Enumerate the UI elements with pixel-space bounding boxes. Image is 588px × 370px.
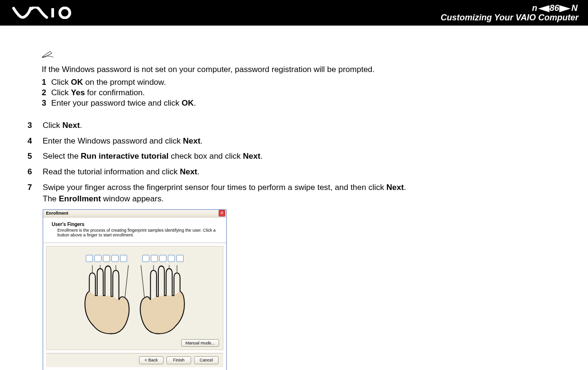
finger-checkbox-l2[interactable] (94, 255, 101, 262)
enrollment-button-bar: < Back Finish Cancel (46, 353, 223, 367)
vaio-logo (10, 7, 77, 19)
svg-line-6 (125, 265, 129, 298)
cancel-button[interactable]: Cancel (194, 356, 219, 364)
note-block: If the Windows password is not set on yo… (42, 49, 560, 108)
finger-checkbox-r1[interactable] (142, 255, 149, 262)
next-page-icon[interactable]: ▶ (560, 4, 570, 12)
finger-checkbox-r4[interactable] (168, 255, 175, 262)
step-5: 5 Select the Run interactive tutorial ch… (28, 151, 560, 162)
finger-checkbox-r3[interactable] (159, 255, 166, 262)
step-num: 6 (28, 166, 43, 178)
hands-illustration (51, 262, 218, 338)
step-num: 4 (28, 135, 43, 147)
finish-button[interactable]: Finish (166, 356, 191, 364)
step-num: 3 (28, 120, 43, 131)
right-hand-icon (137, 262, 189, 338)
svg-rect-0 (51, 8, 54, 18)
substep-num: 3 (42, 98, 51, 108)
nav-n-left[interactable]: n (532, 4, 537, 12)
nav-n-right[interactable]: N (571, 4, 578, 12)
substep-num: 2 (42, 88, 51, 98)
svg-point-1 (60, 8, 70, 18)
finger-checkboxes (51, 255, 218, 262)
prev-page-icon[interactable]: ◀ (539, 4, 549, 12)
substep-3: 3 Enter your password twice and click OK… (42, 98, 560, 108)
enrollment-header-subtitle: Enrollment is the process of creating fi… (52, 228, 218, 238)
enrollment-titlebar: Enrollment × (43, 210, 226, 217)
finger-checkbox-l4[interactable] (111, 255, 119, 262)
step-4: 4 Enter the Windows password and click N… (28, 135, 560, 147)
substep-text: Click Yes for confirmation. (51, 88, 145, 98)
step-num: 5 (28, 151, 43, 162)
svg-line-11 (141, 265, 144, 298)
substep-num: 1 (42, 77, 51, 88)
substep-text: Click OK on the prompt window. (51, 77, 166, 88)
header-right: n ◀ 86 ▶ N Customizing Your VAIO Compute… (441, 4, 579, 22)
step-3: 3 Click Next. (28, 120, 560, 131)
finger-checkbox-r5[interactable] (176, 255, 184, 262)
step-text: Enter the Windows password and click Nex… (43, 135, 560, 147)
page-content: If the Windows password is not set on yo… (0, 26, 588, 370)
finger-checkbox-l5[interactable] (120, 255, 127, 262)
note-substeps: 1 Click OK on the prompt window. 2 Click… (42, 77, 560, 108)
step-6: 6 Read the tutorial information and clic… (28, 166, 560, 178)
note-icon (42, 52, 54, 61)
left-hand-checkboxes (86, 255, 127, 262)
step-text: Swipe your finger across the fingerprint… (43, 182, 560, 205)
step-7: 7 Swipe your finger across the fingerpri… (28, 182, 560, 205)
finger-checkbox-r2[interactable] (151, 255, 158, 262)
finger-checkbox-l1[interactable] (86, 255, 93, 262)
enrollment-title: Enrollment (46, 210, 68, 217)
page-number: 86 (550, 4, 559, 12)
substep-1: 1 Click OK on the prompt window. (42, 77, 560, 88)
enrollment-header: User's Fingers Enrollment is the process… (43, 217, 226, 244)
step-text: Read the tutorial information and click … (43, 166, 560, 178)
note-intro: If the Windows password is not set on yo… (42, 64, 560, 75)
step-num: 7 (28, 182, 43, 205)
header-bar: n ◀ 86 ▶ N Customizing Your VAIO Compute… (0, 0, 588, 26)
step-text: Select the Run interactive tutorial chec… (43, 151, 560, 162)
substep-text: Enter your password twice and click OK. (51, 98, 196, 108)
right-hand-checkboxes (142, 255, 184, 262)
back-button[interactable]: < Back (139, 356, 164, 364)
section-title: Customizing Your VAIO Computer (441, 13, 579, 22)
close-icon[interactable]: × (219, 210, 225, 217)
manual-mode-button[interactable]: Manual mode... (181, 339, 219, 347)
hands-area: Manual mode... (46, 246, 223, 350)
page-nav: n ◀ 86 ▶ N (531, 4, 579, 12)
finger-checkbox-l3[interactable] (103, 255, 110, 262)
main-steps: 3 Click Next. 4 Enter the Windows passwo… (28, 120, 560, 205)
substep-2: 2 Click Yes for confirmation. (42, 88, 560, 98)
enrollment-header-title: User's Fingers (52, 221, 218, 228)
enrollment-window: Enrollment × User's Fingers Enrollment i… (43, 209, 227, 370)
step-text: Click Next. (43, 120, 560, 131)
left-hand-icon (81, 262, 133, 338)
